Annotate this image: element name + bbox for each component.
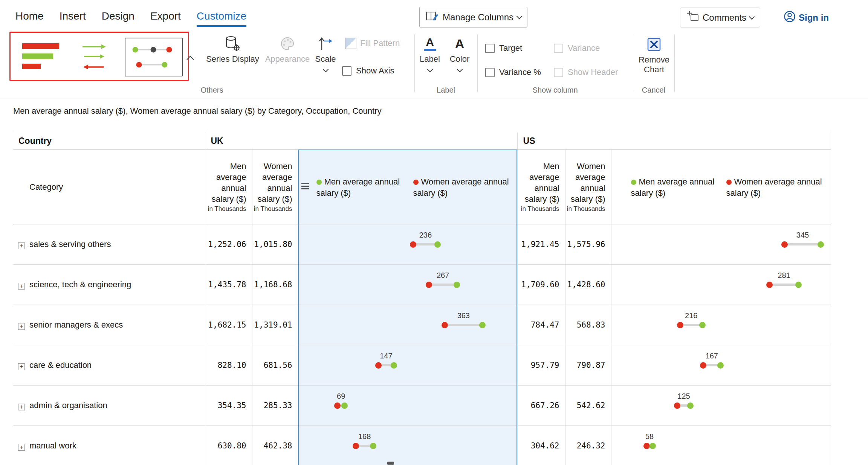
group-label-show-column: Show column bbox=[477, 86, 633, 95]
manage-columns-button[interactable]: Manage Columns bbox=[419, 7, 527, 27]
comments-button[interactable]: Comments bbox=[680, 8, 760, 27]
series-display-button[interactable]: Series Display bbox=[203, 35, 262, 64]
uk-men-value-cell: 630.80 bbox=[205, 426, 252, 465]
expand-icon[interactable]: + bbox=[18, 404, 25, 410]
uk-dumbbell-cell[interactable]: 363 bbox=[298, 305, 517, 345]
men-legend-dot bbox=[631, 180, 636, 185]
category-label: admin & organisation bbox=[29, 401, 107, 410]
arrow-chart-thumbnail[interactable] bbox=[82, 42, 109, 74]
men-dot bbox=[454, 282, 460, 288]
men-dot bbox=[391, 362, 397, 369]
scale-button[interactable]: Scale bbox=[309, 35, 342, 72]
uk-dumbbell-cell[interactable]: 236 bbox=[298, 224, 517, 265]
unit-note: in Thousands bbox=[518, 204, 559, 213]
group-label-cancel: Cancel bbox=[633, 86, 674, 95]
uk-women-value-cell: 1,319.01 bbox=[252, 305, 298, 345]
fill-pattern-label: Fill Pattern bbox=[360, 38, 400, 48]
us-chart-column-header[interactable]: Men average annual salary ($) Women aver… bbox=[611, 150, 831, 224]
us-dumbbell-cell[interactable]: 125 bbox=[611, 386, 831, 426]
uk-chart-column-header[interactable]: Men average annual salary ($) Women aver… bbox=[298, 150, 517, 224]
men-dot bbox=[687, 402, 694, 409]
us-dumbbell-cell[interactable]: 345 bbox=[611, 224, 831, 265]
label-button[interactable]: A Label bbox=[416, 35, 444, 72]
menu-item-export[interactable]: Export bbox=[150, 10, 181, 27]
show-axis-checkbox[interactable]: Show Axis bbox=[342, 66, 394, 76]
show-axis-label: Show Axis bbox=[356, 66, 394, 76]
country-header-us[interactable]: US bbox=[517, 132, 831, 150]
uk-women-value-cell: 462.38 bbox=[252, 426, 298, 465]
checkbox-box[interactable] bbox=[485, 68, 495, 77]
men-header-text: Men average annual salary ($) bbox=[205, 161, 246, 204]
table-row: +care & education828.10681.56147957.7979… bbox=[13, 345, 831, 386]
dot-plot-thumbnail-selected[interactable] bbox=[125, 38, 183, 76]
series-display-label: Series Display bbox=[206, 54, 259, 64]
category-cell: +admin & organisation bbox=[13, 386, 205, 426]
bar-chart-thumbnail[interactable] bbox=[22, 43, 64, 72]
uk-dumbbell-cell[interactable]: 267 bbox=[298, 265, 517, 305]
menu-item-insert[interactable]: Insert bbox=[60, 10, 86, 27]
remove-chart-button[interactable]: Remove Chart bbox=[637, 35, 671, 75]
chevron-down-icon[interactable] bbox=[427, 67, 433, 73]
table-row: +admin & organisation354.35285.3369667.2… bbox=[13, 386, 831, 426]
variance-label: Variance bbox=[568, 43, 600, 53]
difference-label: 125 bbox=[677, 392, 690, 401]
dumbbell-line bbox=[413, 243, 438, 245]
ribbon-divider bbox=[477, 34, 478, 92]
drag-handle-icon[interactable] bbox=[301, 183, 309, 191]
uk-dumbbell-cell[interactable]: 168 bbox=[298, 426, 517, 465]
expand-icon[interactable]: + bbox=[18, 323, 25, 330]
target-checkbox[interactable]: Target bbox=[485, 43, 522, 53]
chevron-down-icon[interactable] bbox=[457, 67, 463, 73]
scale-label: Scale bbox=[315, 54, 336, 64]
uk-men-value-cell: 828.10 bbox=[205, 345, 252, 386]
variance-percent-checkbox[interactable]: Variance % bbox=[485, 67, 541, 77]
variance-percent-label: Variance % bbox=[499, 67, 541, 77]
manage-columns-label: Manage Columns bbox=[443, 12, 513, 23]
uk-dumbbell-cell[interactable]: 69 bbox=[298, 386, 517, 426]
menu-item-customize[interactable]: Customize bbox=[197, 10, 246, 27]
men-dot bbox=[434, 241, 441, 248]
chevron-down-icon[interactable] bbox=[322, 67, 329, 73]
us-men-value-cell: 304.62 bbox=[517, 426, 565, 465]
dumbbell-line bbox=[445, 324, 482, 326]
page-title: Men average annual salary ($), Women ave… bbox=[13, 106, 381, 116]
expand-icon[interactable]: + bbox=[18, 363, 25, 370]
category-label: science, tech & engineering bbox=[29, 280, 131, 289]
difference-label: 267 bbox=[437, 271, 449, 280]
women-dot bbox=[643, 443, 650, 449]
ribbon-divider bbox=[633, 34, 633, 92]
unit-note: in Thousands bbox=[205, 204, 246, 213]
us-dumbbell-cell[interactable]: 216 bbox=[611, 305, 831, 345]
sign-in-button[interactable]: Sign in bbox=[781, 8, 832, 27]
women-dot bbox=[426, 282, 432, 288]
us-women-value-cell: 790.87 bbox=[565, 345, 611, 386]
checkbox-box[interactable] bbox=[485, 44, 495, 53]
category-cell: +care & education bbox=[13, 345, 205, 386]
series-display-icon bbox=[225, 35, 240, 53]
menu-item-design[interactable]: Design bbox=[102, 10, 134, 27]
scale-icon bbox=[318, 35, 333, 53]
us-dumbbell-cell[interactable]: 58 bbox=[611, 426, 831, 465]
women-dot bbox=[353, 443, 359, 449]
expand-icon[interactable]: + bbox=[18, 242, 25, 249]
chevron-down-icon bbox=[517, 13, 523, 19]
uk-men-value-cell: 1,252.06 bbox=[205, 224, 252, 265]
expand-icon[interactable]: + bbox=[18, 283, 25, 290]
uk-women-value-cell: 1,015.80 bbox=[252, 224, 298, 265]
us-men-value-cell: 667.26 bbox=[517, 386, 565, 426]
menu-item-home[interactable]: Home bbox=[15, 10, 44, 27]
us-dumbbell-cell[interactable]: 167 bbox=[611, 345, 831, 386]
color-button[interactable]: A Color bbox=[445, 35, 474, 72]
uk-men-value-cell: 354.35 bbox=[205, 386, 252, 426]
uk-dumbbell-cell[interactable]: 147 bbox=[298, 345, 517, 386]
category-cell: +manual work bbox=[13, 426, 205, 465]
selection-resize-handle[interactable] bbox=[387, 462, 394, 465]
country-header-uk[interactable]: UK bbox=[205, 132, 517, 150]
checkbox-box[interactable] bbox=[342, 66, 351, 76]
table-row: +sales & serving others1,252.061,015.802… bbox=[13, 224, 831, 265]
difference-label: 216 bbox=[685, 311, 697, 320]
appearance-button: Appearance bbox=[264, 35, 311, 64]
us-women-value-cell: 542.62 bbox=[565, 386, 611, 426]
expand-icon[interactable]: + bbox=[18, 444, 25, 451]
us-dumbbell-cell[interactable]: 281 bbox=[611, 265, 831, 305]
